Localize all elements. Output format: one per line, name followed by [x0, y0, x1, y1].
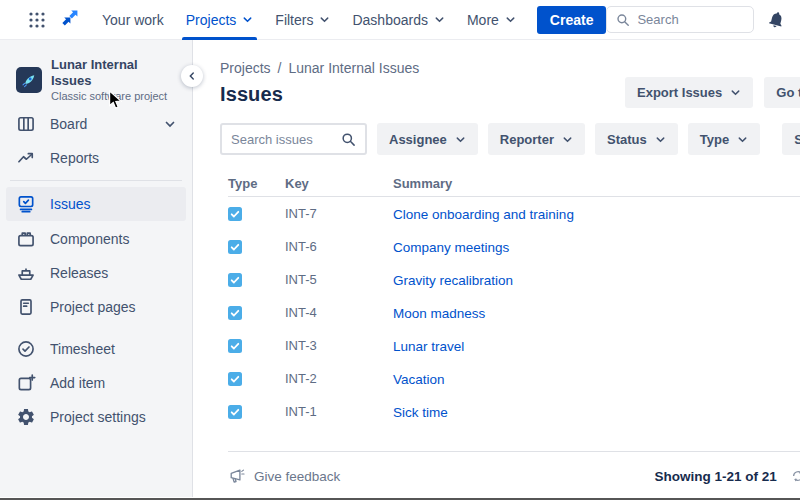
task-type-icon — [228, 339, 242, 353]
sidebar-item-components[interactable]: Components — [6, 223, 186, 255]
export-issues-label: Export Issues — [637, 85, 722, 100]
table-row: INT-1 Sick time — [228, 395, 800, 428]
nav-dashboards[interactable]: Dashboards — [341, 0, 456, 40]
filter-assignee[interactable]: Assignee — [377, 123, 478, 155]
export-issues-button[interactable]: Export Issues — [625, 77, 753, 108]
sidebar-item-project-settings[interactable]: Project settings — [6, 401, 186, 433]
filter-status[interactable]: Status — [595, 123, 678, 155]
project-avatar — [16, 67, 42, 93]
nav-projects[interactable]: Projects — [175, 0, 265, 40]
issues-table: Type Key Summary INT-7 Clone onboarding … — [228, 171, 800, 500]
megaphone-icon — [228, 468, 245, 485]
table-footer: Give feedback Showing 1-21 of 21 — [228, 452, 800, 500]
sidebar-item-label: Timesheet — [50, 341, 115, 357]
sidebar-item-timesheet[interactable]: Timesheet — [6, 333, 186, 365]
issue-summary-link[interactable]: Vacation — [393, 372, 445, 387]
table-row: INT-3 Lunar travel — [228, 329, 800, 362]
issue-summary-link[interactable]: Lunar travel — [393, 339, 464, 354]
filter-label: Status — [607, 132, 647, 147]
issue-key: INT-6 — [285, 239, 393, 254]
sidebar-item-releases[interactable]: Releases — [6, 257, 186, 289]
sidebar-item-label: Project pages — [50, 299, 136, 315]
sidebar-collapse-button[interactable] — [181, 65, 203, 87]
sidebar-item-label: Issues — [50, 196, 90, 212]
nav-filters[interactable]: Filters — [264, 0, 341, 40]
column-header-summary: Summary — [393, 176, 800, 191]
showing-count: Showing 1-21 of 21 — [654, 469, 776, 484]
filter-reporter[interactable]: Reporter — [488, 123, 585, 155]
nav-label: Your work — [102, 12, 164, 28]
issue-key: INT-4 — [285, 305, 393, 320]
releases-icon — [16, 263, 36, 283]
project-type: Classic software project — [51, 89, 176, 103]
issue-summary-link[interactable]: Sick time — [393, 405, 448, 420]
sidebar-item-issues[interactable]: Issues — [6, 187, 186, 221]
project-name: Lunar Internal Issues — [51, 57, 176, 90]
issue-summary-link[interactable]: Company meetings — [393, 240, 509, 255]
nav-label: Dashboards — [352, 12, 428, 28]
chevron-down-icon — [164, 118, 176, 130]
add-item-icon — [16, 373, 36, 393]
sidebar-item-label: Project settings — [50, 409, 146, 425]
sidebar-item-add-item[interactable]: Add item — [6, 367, 186, 399]
gear-icon — [16, 407, 36, 427]
components-icon — [16, 229, 36, 249]
table-row: INT-2 Vacation — [228, 362, 800, 395]
issue-key: INT-1 — [285, 404, 393, 419]
table-row: INT-6 Company meetings — [228, 230, 800, 263]
reports-icon — [16, 148, 36, 168]
rocket-icon — [20, 71, 38, 89]
give-feedback-label: Give feedback — [254, 469, 340, 484]
filter-bar: Assignee Reporter Status Type Switch to … — [220, 123, 800, 155]
app-switcher-icon[interactable] — [28, 11, 46, 29]
board-icon — [16, 114, 36, 134]
sidebar-item-board[interactable]: Board — [6, 108, 186, 140]
go-to-advanced-search-button[interactable]: Go to advanced search — [764, 77, 800, 108]
global-search[interactable] — [606, 6, 754, 33]
breadcrumb: Projects / Lunar Internal Issues — [220, 60, 800, 76]
nav-your-work[interactable]: Your work — [91, 0, 175, 40]
filter-type[interactable]: Type — [688, 123, 760, 155]
issue-key: INT-2 — [285, 371, 393, 386]
give-feedback-link[interactable]: Give feedback — [228, 468, 654, 485]
refresh-icon[interactable] — [791, 469, 800, 483]
issue-summary-link[interactable]: Gravity recalibration — [393, 273, 513, 288]
column-header-key: Key — [285, 176, 393, 191]
issue-search-input[interactable] — [231, 132, 335, 147]
issues-icon — [16, 194, 36, 214]
table-row: INT-7 Clone onboarding and training — [228, 197, 800, 230]
global-search-input[interactable] — [637, 12, 744, 27]
notifications-bell-icon[interactable] — [767, 10, 786, 29]
sidebar-item-label: Reports — [50, 150, 99, 166]
chevron-down-icon — [655, 134, 666, 145]
issue-key: INT-3 — [285, 338, 393, 353]
jira-logo[interactable] — [60, 9, 81, 30]
advanced-search-label: Go to advanced search — [776, 85, 800, 100]
task-type-icon — [228, 207, 242, 221]
header-actions: Export Issues Go to advanced search — [625, 77, 800, 108]
chevron-down-icon — [737, 134, 748, 145]
table-row: INT-4 Moon madness — [228, 296, 800, 329]
issue-search[interactable] — [220, 123, 367, 155]
chevron-left-icon — [187, 71, 197, 81]
sidebar-item-label: Releases — [50, 265, 108, 281]
nav-more[interactable]: More — [456, 0, 527, 40]
issue-summary-link[interactable]: Clone onboarding and training — [393, 207, 574, 222]
project-sidebar: Lunar Internal Issues Classic software p… — [0, 40, 193, 497]
sidebar-item-project-pages[interactable]: Project pages — [6, 291, 186, 323]
switch-view-label: Switch to detail view — [794, 132, 800, 147]
breadcrumb-project-name[interactable]: Lunar Internal Issues — [288, 60, 419, 76]
create-button[interactable]: Create — [537, 6, 607, 34]
issue-summary-link[interactable]: Moon madness — [393, 306, 485, 321]
chevron-down-icon — [242, 14, 253, 25]
filter-label: Type — [700, 132, 729, 147]
top-navigation-bar: Your work Projects Filters Dashboards Mo… — [0, 0, 800, 40]
sidebar-item-reports[interactable]: Reports — [6, 142, 186, 174]
switch-to-detail-view-button[interactable]: Switch to detail view — [782, 123, 800, 155]
column-header-type: Type — [228, 176, 285, 191]
task-type-icon — [228, 306, 242, 320]
jira-app-window: Your work Projects Filters Dashboards Mo… — [0, 0, 800, 500]
chevron-down-icon — [319, 14, 330, 25]
breadcrumb-projects[interactable]: Projects — [220, 60, 271, 76]
search-icon — [616, 13, 630, 27]
